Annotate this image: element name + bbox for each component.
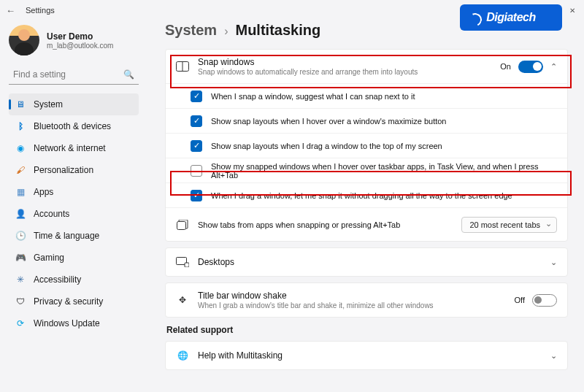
snap-desc: Snap windows to automatically resize and… bbox=[198, 68, 491, 76]
close-button[interactable]: ✕ bbox=[566, 7, 578, 15]
show-tabs-label: Show tabs from apps when snapping or pre… bbox=[198, 220, 453, 229]
sidebar-item-label: Time & language bbox=[34, 231, 99, 241]
checkbox-icon[interactable] bbox=[191, 165, 202, 177]
desktops-card[interactable]: Desktops ⌄ bbox=[165, 247, 568, 277]
show-tabs-row[interactable]: Show tabs from apps when snapping or pre… bbox=[166, 207, 567, 241]
snap-option-row[interactable]: ✓ When I drag a window, let me snap it w… bbox=[166, 182, 567, 207]
chevron-right-icon: › bbox=[224, 25, 228, 38]
bluetooth-icon: ᛒ bbox=[15, 120, 26, 132]
globe-icon: 🌐 bbox=[176, 349, 189, 362]
sidebar-item-bluetooth[interactable]: ᛒ Bluetooth & devices bbox=[9, 115, 139, 137]
apps-icon: ▦ bbox=[15, 186, 26, 198]
wifi-icon: ◉ bbox=[15, 142, 26, 154]
snap-option-row[interactable]: ✓ Show snap layouts when I drag a window… bbox=[166, 133, 567, 158]
brush-icon: 🖌 bbox=[15, 164, 26, 176]
sidebar-item-network[interactable]: ◉ Network & internet bbox=[9, 137, 139, 159]
sidebar-item-label: Privacy & security bbox=[34, 296, 103, 307]
sidebar-item-system[interactable]: 🖥 System bbox=[9, 93, 139, 115]
sidebar-item-accessibility[interactable]: ✳ Accessibility bbox=[9, 269, 139, 291]
tabs-icon bbox=[176, 218, 189, 231]
sidebar-item-label: Accounts bbox=[34, 209, 69, 219]
user-name: User Demo bbox=[47, 31, 113, 42]
shield-icon: 🛡 bbox=[15, 296, 26, 307]
shake-title: Title bar window shake bbox=[198, 291, 506, 301]
sidebar-item-label: Gaming bbox=[34, 253, 64, 263]
sidebar-item-accounts[interactable]: 👤 Accounts bbox=[9, 203, 139, 225]
option-label: Show snap layouts when I hover over a wi… bbox=[211, 117, 447, 126]
sidebar-item-label: Accessibility bbox=[34, 274, 81, 285]
search-input[interactable] bbox=[13, 69, 123, 80]
display-icon: 🖥 bbox=[15, 99, 26, 110]
breadcrumb-parent[interactable]: System bbox=[165, 22, 217, 39]
toggle-label: On bbox=[500, 62, 511, 71]
sidebar-item-privacy[interactable]: 🛡 Privacy & security bbox=[9, 291, 139, 312]
related-heading: Related support bbox=[166, 325, 568, 335]
snap-option-row[interactable]: ✓ Show snap layouts when I hover over a … bbox=[166, 108, 567, 133]
clock-icon: 🕒 bbox=[15, 230, 26, 242]
cursor-icon: ✥ bbox=[176, 293, 189, 307]
sidebar-item-label: Apps bbox=[34, 187, 53, 197]
brand-name: Digiatech bbox=[486, 11, 536, 24]
search-field[interactable]: 🔍 bbox=[9, 64, 139, 85]
snap-toggle[interactable] bbox=[518, 61, 543, 73]
update-icon: ⟳ bbox=[15, 318, 26, 329]
option-label: When I snap a window, suggest what I can… bbox=[211, 92, 415, 101]
avatar bbox=[9, 25, 39, 55]
tabs-dropdown[interactable]: 20 most recent tabs bbox=[461, 217, 557, 233]
gamepad-icon: 🎮 bbox=[15, 252, 26, 264]
checkbox-icon[interactable]: ✓ bbox=[191, 115, 202, 127]
sidebar-item-update[interactable]: ⟳ Windows Update bbox=[9, 312, 139, 334]
accessibility-icon: ✳ bbox=[15, 274, 26, 285]
page-title: Multitasking bbox=[235, 22, 320, 39]
sidebar-item-label: Personalization bbox=[34, 165, 93, 175]
snap-layout-icon bbox=[176, 60, 189, 73]
snap-option-row[interactable]: Show my snapped windows when I hover ove… bbox=[166, 158, 567, 182]
sidebar-item-label: System bbox=[34, 99, 63, 109]
svg-rect-2 bbox=[177, 221, 186, 229]
desktops-label: Desktops bbox=[198, 257, 542, 267]
checkbox-icon[interactable]: ✓ bbox=[191, 140, 202, 152]
desktop-icon bbox=[176, 255, 189, 269]
sidebar-item-label: Network & internet bbox=[34, 143, 106, 153]
svg-rect-4 bbox=[185, 263, 189, 267]
sidebar-item-time[interactable]: 🕒 Time & language bbox=[9, 225, 139, 247]
chevron-down-icon[interactable]: ⌄ bbox=[550, 351, 557, 361]
help-card[interactable]: 🌐 Help with Multitasking ⌄ bbox=[165, 341, 568, 370]
sidebar: User Demo m_lab@outlook.com 🔍 🖥 System ᛒ… bbox=[0, 20, 145, 392]
snap-windows-header[interactable]: Snap windows Snap windows to automatical… bbox=[166, 50, 567, 83]
snap-option-row[interactable]: ✓ When I snap a window, suggest what I c… bbox=[166, 83, 567, 108]
chevron-down-icon[interactable]: ⌄ bbox=[550, 258, 557, 267]
main-panel: System › Multitasking Snap windows Snap … bbox=[145, 20, 584, 392]
sidebar-item-personalization[interactable]: 🖌 Personalization bbox=[9, 159, 139, 181]
help-label: Help with Multitasking bbox=[198, 350, 542, 361]
sidebar-item-apps[interactable]: ▦ Apps bbox=[9, 181, 139, 203]
snap-title: Snap windows bbox=[198, 57, 491, 67]
sidebar-item-label: Bluetooth & devices bbox=[34, 121, 111, 131]
shake-toggle[interactable] bbox=[532, 294, 557, 307]
search-icon: 🔍 bbox=[123, 69, 134, 80]
checkbox-icon[interactable]: ✓ bbox=[191, 190, 202, 201]
checkbox-icon[interactable]: ✓ bbox=[191, 91, 202, 102]
shake-card[interactable]: ✥ Title bar window shake When I grab a w… bbox=[165, 283, 568, 318]
option-label: Show snap layouts when I drag a window t… bbox=[211, 142, 442, 150]
window-title: Settings bbox=[26, 6, 55, 15]
user-email: m_lab@outlook.com bbox=[47, 42, 113, 50]
user-account-row[interactable]: User Demo m_lab@outlook.com bbox=[9, 25, 139, 55]
shake-desc: When I grab a window's title bar and sha… bbox=[198, 301, 506, 310]
sidebar-item-gaming[interactable]: 🎮 Gaming bbox=[9, 247, 139, 269]
brand-watermark: Digiatech bbox=[460, 4, 562, 31]
sidebar-item-label: Windows Update bbox=[34, 318, 100, 328]
back-button[interactable]: ← bbox=[6, 5, 15, 16]
chevron-up-icon[interactable]: ⌃ bbox=[550, 62, 557, 72]
snap-windows-card: Snap windows Snap windows to automatical… bbox=[165, 49, 568, 242]
toggle-label: Off bbox=[515, 296, 525, 304]
option-label: Show my snapped windows when I hover ove… bbox=[211, 162, 557, 180]
person-icon: 👤 bbox=[15, 208, 26, 220]
option-label: When I drag a window, let me snap it wit… bbox=[211, 191, 512, 200]
